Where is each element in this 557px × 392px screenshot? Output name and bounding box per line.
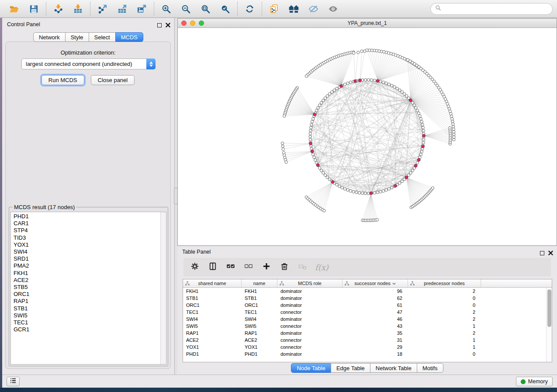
graph-node[interactable] [416, 162, 419, 164]
graph-node[interactable] [320, 101, 322, 104]
table-row[interactable]: ORC1ORC1dominator610 [183, 302, 552, 309]
graph-node[interactable] [283, 115, 286, 117]
graph-node[interactable] [349, 189, 352, 192]
mcds-result-node[interactable]: YOX1 [14, 241, 166, 248]
graph-node[interactable] [382, 189, 384, 192]
table-row[interactable]: STB1STB1dominator620 [183, 295, 552, 302]
graph-node[interactable] [401, 180, 403, 182]
graph-node[interactable] [349, 81, 352, 83]
open-file-button[interactable] [4, 1, 24, 17]
graph-node[interactable] [318, 167, 321, 169]
graph-node[interactable] [398, 89, 401, 91]
graph-node[interactable] [385, 189, 387, 191]
graph-node[interactable] [452, 125, 455, 128]
graph-node[interactable] [323, 210, 325, 212]
graph-node[interactable] [326, 95, 329, 97]
graph-node[interactable] [422, 129, 425, 132]
search-input[interactable] [444, 6, 548, 12]
graph-node[interactable] [452, 128, 455, 131]
mcds-result-node[interactable]: PMA2 [14, 262, 166, 269]
graph-node[interactable] [336, 87, 338, 90]
graph-node[interactable] [364, 79, 367, 81]
graph-node[interactable] [309, 135, 311, 138]
tab-network-table[interactable]: Network Table [370, 363, 417, 373]
graph-node[interactable] [376, 218, 378, 221]
tab-mcds[interactable]: MCDS [115, 32, 143, 42]
mcds-result-list[interactable]: PHD1CAR1STP4TID3YOX1SWI4SRD1PMA2FKH1ACE2… [10, 212, 166, 364]
column-header-successor-nodes[interactable]: successor nodes [343, 279, 408, 287]
graph-node[interactable] [379, 190, 382, 193]
graph-node[interactable] [373, 192, 376, 194]
graph-node[interactable] [401, 91, 403, 93]
graph-node[interactable] [361, 192, 363, 194]
graph-node[interactable] [376, 191, 379, 194]
graph-node[interactable] [419, 115, 421, 117]
graph-node[interactable] [311, 153, 314, 156]
graph-node[interactable] [343, 188, 346, 190]
column-header-MCDS-role[interactable]: MCDS role [277, 279, 343, 287]
show-columns-button[interactable] [208, 261, 218, 273]
mcds-result-node[interactable]: TEC1 [14, 319, 166, 326]
graph-node[interactable] [387, 188, 390, 190]
graph-node[interactable] [360, 50, 363, 52]
tab-edge-table[interactable]: Edge Table [331, 363, 370, 373]
graph-node[interactable] [353, 52, 355, 54]
graph-node[interactable] [314, 159, 316, 162]
graph-node[interactable] [391, 186, 393, 189]
mcds-result-node[interactable]: CAR1 [14, 220, 166, 227]
node-table[interactable]: shared namenameMCDS rolesuccessor nodesp… [183, 279, 552, 362]
graph-node[interactable] [324, 97, 326, 100]
graph-node[interactable] [309, 129, 312, 132]
graph-nodes[interactable] [281, 49, 455, 222]
graph-node[interactable] [318, 104, 321, 107]
graph-node[interactable] [420, 120, 423, 123]
mcds-result-node[interactable]: TID3 [14, 234, 166, 241]
graph-node[interactable] [370, 79, 373, 81]
graph-node[interactable] [324, 174, 326, 176]
graph-node[interactable] [355, 191, 358, 194]
graph-node[interactable] [393, 86, 396, 88]
graph-node[interactable] [453, 131, 455, 133]
tab-select[interactable]: Select [89, 32, 116, 42]
graph-node[interactable] [373, 79, 376, 82]
mcds-hub-node[interactable] [316, 164, 319, 167]
graph-node[interactable] [310, 126, 312, 129]
graph-node[interactable] [281, 145, 284, 148]
graph-node[interactable] [309, 132, 311, 135]
zoom-out-button[interactable] [176, 1, 196, 17]
graph-node[interactable] [367, 79, 370, 81]
graph-node[interactable] [311, 120, 313, 123]
mcds-hub-node[interactable] [422, 145, 425, 148]
float-table-panel-icon[interactable] [540, 251, 544, 255]
graph-node[interactable] [413, 104, 415, 107]
mcds-hub-node[interactable] [309, 142, 312, 145]
mcds-result-node[interactable]: STB1 [14, 305, 166, 312]
graph-node[interactable] [382, 81, 384, 83]
graph-node[interactable] [379, 80, 382, 83]
table-row[interactable]: SWI5SWI5connector431 [183, 323, 552, 330]
tab-motifs[interactable]: Motifs [417, 363, 443, 373]
graph-node[interactable] [450, 112, 452, 115]
graph-node[interactable] [451, 117, 453, 120]
graph-node[interactable] [406, 58, 409, 61]
graph-node[interactable] [343, 83, 346, 86]
tab-style[interactable]: Style [65, 32, 89, 42]
mcds-hub-node[interactable] [331, 180, 334, 183]
graph-node[interactable] [419, 153, 422, 156]
search-field[interactable] [430, 3, 553, 15]
graph-node[interactable] [320, 169, 322, 172]
graph-node[interactable] [420, 150, 423, 153]
mcds-result-node[interactable]: RAP1 [14, 298, 166, 305]
graph-node[interactable] [357, 51, 360, 54]
graph-node[interactable] [322, 99, 325, 102]
graph-node[interactable] [328, 93, 331, 95]
mcds-hub-node[interactable] [405, 176, 408, 179]
graph-node[interactable] [422, 141, 425, 144]
graph-node[interactable] [311, 117, 314, 120]
graph-node[interactable] [405, 95, 408, 97]
deselect-all-button[interactable] [243, 261, 254, 273]
close-panel-icon[interactable] [166, 21, 170, 29]
graph-node[interactable] [341, 186, 343, 189]
mcds-result-node[interactable]: STB5 [14, 284, 166, 291]
graph-node[interactable] [417, 112, 420, 114]
